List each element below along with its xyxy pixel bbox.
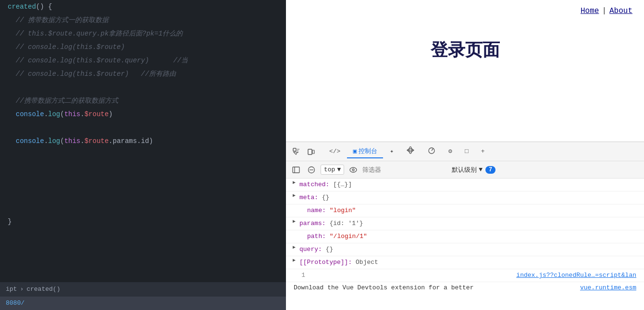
context-dropdown[interactable]: top ▼ (321, 165, 344, 175)
tab-more[interactable]: + (475, 145, 491, 158)
nav-separator: | (602, 7, 607, 15)
browser-page: Home | About 登录页面 (286, 0, 644, 142)
console-toolbar: top ▼ 默认级别 ▼ 7 (286, 161, 644, 179)
code-line-3: // this.$route.query.pk拿路径后面?pk=1什么的 (0, 27, 286, 40)
more-icon: + (481, 148, 485, 155)
browser-panel: Home | About 登录页面 (286, 0, 644, 310)
console-entry-matched: ▶ matched: [{…}] (286, 179, 644, 191)
breadcrumb-right: created() (26, 283, 60, 296)
console-entry-name: name: "login" (286, 204, 644, 217)
tab-elements-icon: </> (329, 148, 340, 155)
code-line-5: // console.log(this.$route.query) //当 (0, 54, 286, 67)
editor-content: created() { // 携带数据方式一的获取数据 // this.$rou… (0, 0, 286, 282)
code-line-18 (0, 228, 286, 242)
console-entry-line1: 1 index.js??clonedRule…=script&lan (286, 269, 644, 282)
breadcrumb-separator: › (20, 283, 24, 296)
code-line-21 (0, 269, 286, 282)
devtools-toolbar: </> ▣ 控制台 ✦ (286, 142, 644, 161)
download-link[interactable]: vue.runtime.esm (580, 284, 636, 291)
code-line-14 (0, 175, 286, 188)
eye-toggle-btn[interactable] (347, 164, 359, 176)
svg-rect-0 (293, 148, 296, 151)
expand-arrow-icon[interactable]: ▶ (292, 219, 297, 224)
tab-performance[interactable] (421, 145, 442, 158)
console-entry-path: path: "/login/1" (286, 230, 644, 243)
console-output: ▶ matched: [{…}] ▶ meta: {} name: "login… (286, 179, 644, 310)
level-dropdown[interactable]: 默认级别 ▼ (452, 166, 483, 174)
url-text: 8080/ (6, 297, 25, 310)
svg-point-11 (352, 169, 354, 171)
svg-point-10 (350, 167, 357, 172)
code-line-4: // console.log(this.$route) (0, 40, 286, 54)
device-toolbar-btn[interactable] (304, 145, 318, 158)
source-link[interactable]: index.js??clonedRule…=script&lan (516, 271, 636, 280)
svg-rect-6 (293, 167, 299, 173)
code-editor: created() { // 携带数据方式一的获取数据 // this.$rou… (0, 0, 286, 310)
code-line-20 (0, 255, 286, 269)
expand-arrow-icon[interactable]: ▶ (292, 193, 297, 198)
inspect-element-btn[interactable] (290, 145, 303, 158)
message-count-badge: 7 (485, 166, 495, 174)
level-arrow-icon: ▼ (479, 166, 483, 173)
memory-icon: ⚙ (448, 147, 452, 155)
sidebar-toggle-btn[interactable] (290, 164, 302, 176)
performance-icon (427, 146, 436, 156)
tab-application[interactable]: □ (459, 145, 474, 158)
code-line-9: console.log(this.$route) (0, 107, 286, 121)
expand-arrow-icon[interactable]: ▶ (292, 245, 297, 250)
console-entry-query: ▶ query: {} (286, 243, 644, 256)
expand-arrow-icon[interactable]: ▶ (292, 180, 297, 185)
url-bar: 8080/ (0, 297, 286, 310)
filter-input[interactable] (362, 166, 449, 173)
tab-elements[interactable]: </> (323, 145, 346, 158)
network-icon (406, 146, 415, 156)
editor-breadcrumb-bar: ipt › created() (0, 282, 286, 297)
clear-console-btn[interactable] (305, 164, 318, 176)
expand-arrow-icon[interactable]: ▶ (292, 258, 297, 263)
level-label: 默认级别 (452, 166, 477, 174)
devtools-panel: </> ▣ 控制台 ✦ (286, 142, 644, 310)
code-line-12 (0, 148, 286, 161)
tab-sources[interactable]: ✦ (384, 145, 399, 158)
code-line-2: // 携带数据方式一的获取数据 (0, 13, 286, 27)
code-line-10 (0, 121, 286, 134)
console-entry-params: ▶ params: {id: '1'} (286, 217, 644, 230)
svg-rect-2 (312, 150, 314, 154)
console-entry-meta: ▶ meta: {} (286, 191, 644, 204)
tab-console-label: 控制台 (359, 147, 377, 155)
browser-nav: Home | About (286, 0, 644, 19)
tab-console[interactable]: ▣ 控制台 (347, 145, 383, 158)
console-entry-prototype: ▶ [[Prototype]]: Object (286, 256, 644, 269)
console-icon: ▣ (353, 147, 357, 155)
code-line-19 (0, 242, 286, 255)
code-line-1: created() { (0, 0, 286, 13)
sources-icon: ✦ (390, 147, 394, 155)
code-line-17: } (0, 215, 286, 228)
svg-rect-1 (308, 149, 312, 155)
code-line-16 (0, 202, 286, 215)
breadcrumb-left: ipt (6, 283, 17, 296)
code-line-11: console.log(this.$route.params.id) (0, 134, 286, 148)
code-line-7 (0, 81, 286, 94)
context-label: top (324, 166, 335, 173)
download-text: Download the Vue Devtools extension for … (294, 284, 473, 291)
code-line-13 (0, 161, 286, 175)
nav-home-link[interactable]: Home (581, 7, 599, 15)
dropdown-arrow-icon: ▼ (337, 166, 341, 173)
download-message: Download the Vue Devtools extension for … (286, 282, 644, 293)
application-icon: □ (465, 148, 469, 155)
line-number: 1 (294, 271, 305, 280)
tab-memory[interactable]: ⚙ (443, 145, 458, 158)
code-keyword: created (8, 0, 36, 13)
code-line-6: // console.log(this.$router) //所有路由 (0, 67, 286, 81)
nav-about-link[interactable]: About (609, 7, 632, 15)
page-title: 登录页面 (286, 38, 644, 62)
code-line-15 (0, 188, 286, 202)
tab-network[interactable] (400, 145, 421, 158)
code-line-8: //携带数据方式二的获取数据方式 (0, 94, 286, 107)
